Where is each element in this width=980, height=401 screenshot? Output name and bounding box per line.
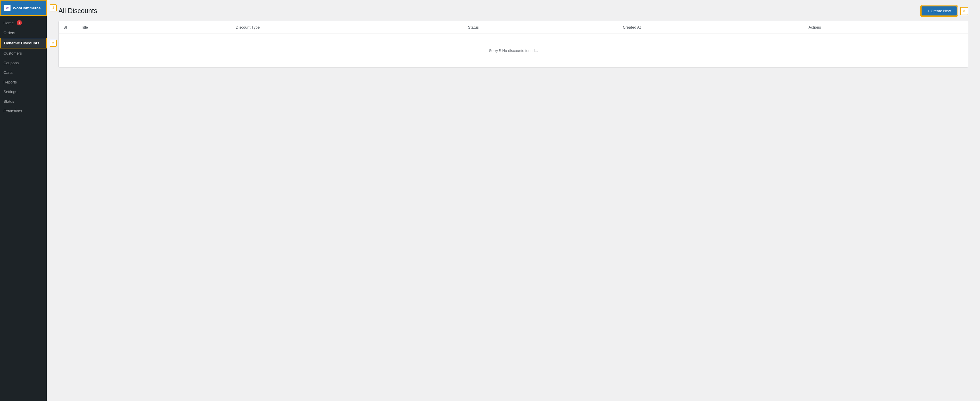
sidebar-item-coupons[interactable]: Coupons (0, 58, 47, 68)
sidebar-customers-label: Customers (3, 51, 22, 55)
table-header: Sl Title Discount Type Status Created At… (59, 21, 968, 34)
sidebar-item-reports[interactable]: Reports (0, 77, 47, 87)
table-empty-message: Sorry !! No discounts found... (59, 34, 968, 67)
sidebar-item-carts[interactable]: Carts (0, 68, 47, 77)
col-sl: Sl (64, 25, 81, 30)
annotation-1: 1 (50, 5, 57, 11)
sidebar-coupons-label: Coupons (3, 61, 19, 65)
sidebar-status-label: Status (3, 99, 14, 104)
sidebar-home-label: Home (3, 21, 14, 25)
sidebar: W WooCommerce 1 Home 4 Orders Dynamic Di… (0, 0, 47, 401)
col-discount-type: Discount Type (236, 25, 468, 30)
sidebar-reports-label: Reports (3, 80, 17, 84)
brand-label: WooCommerce (13, 6, 41, 10)
sidebar-item-settings[interactable]: Settings (0, 87, 47, 97)
sidebar-brand[interactable]: W WooCommerce (0, 0, 47, 16)
sidebar-extensions-label: Extensions (3, 109, 22, 113)
create-new-button[interactable]: + Create New (921, 6, 957, 16)
sidebar-item-customers[interactable]: Customers (0, 48, 47, 58)
col-created-at: Created At (623, 25, 808, 30)
sidebar-settings-label: Settings (3, 90, 17, 94)
annotation-3: 3 (960, 7, 968, 15)
sidebar-item-orders[interactable]: Orders (0, 28, 47, 38)
home-badge: 4 (17, 20, 22, 25)
main-content: All Discounts + Create New 3 Sl Title Di… (47, 0, 980, 401)
col-status: Status (468, 25, 623, 30)
woo-logo-icon: W (4, 5, 11, 11)
sidebar-dynamic-discounts-label: Dynamic Discounts (4, 41, 40, 45)
annotation-2: 2 (50, 40, 57, 47)
sidebar-item-status[interactable]: Status (0, 97, 47, 106)
col-actions: Actions (808, 25, 963, 30)
sidebar-item-extensions[interactable]: Extensions (0, 106, 47, 116)
header-right: + Create New 3 (921, 6, 968, 16)
sidebar-item-home[interactable]: Home 4 (0, 17, 47, 28)
sidebar-orders-label: Orders (3, 31, 15, 35)
create-btn-wrapper: + Create New 3 (921, 6, 968, 16)
discounts-table-container: Sl Title Discount Type Status Created At… (59, 21, 968, 68)
sidebar-item-dynamic-discounts[interactable]: Dynamic Discounts (0, 38, 47, 48)
dynamic-discounts-wrapper: Dynamic Discounts 2 (0, 38, 47, 48)
sidebar-carts-label: Carts (3, 70, 13, 75)
page-title: All Discounts (59, 7, 97, 15)
sidebar-nav: Home 4 Orders Dynamic Discounts 2 Custom… (0, 16, 47, 116)
page-header: All Discounts + Create New 3 (47, 0, 980, 21)
col-title: Title (81, 25, 236, 30)
brand-wrapper: W WooCommerce 1 (0, 0, 47, 16)
